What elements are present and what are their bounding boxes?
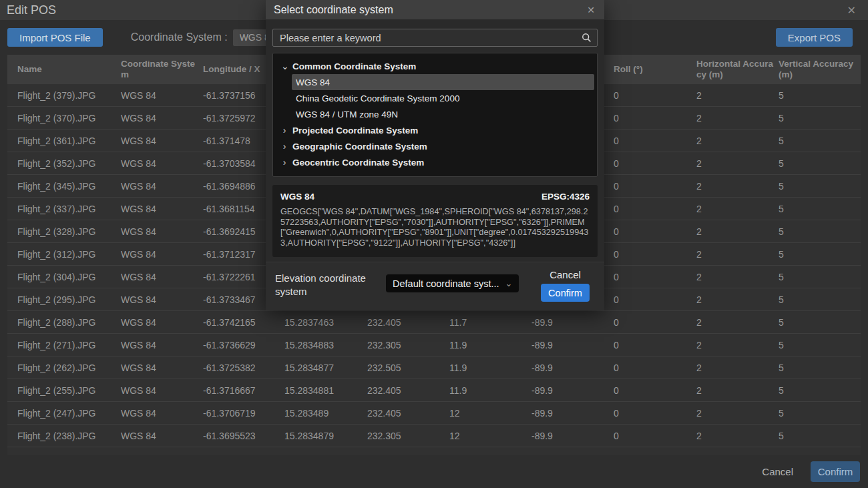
tree-item-wgs-84-utm-zone-49n[interactable]: WGS 84 / UTM zone 49N bbox=[292, 106, 594, 122]
table-cell: WGS 84 bbox=[121, 266, 203, 288]
column-header-horizontal-accuracy-m: Horizontal Accuracy (m) bbox=[696, 55, 779, 84]
table-cell: WGS 84 bbox=[121, 356, 203, 379]
chevron-right-icon: › bbox=[281, 125, 288, 136]
table-cell: 232.405 bbox=[367, 379, 449, 402]
table-cell: 0 bbox=[614, 198, 696, 220]
table-cell: 232.505 bbox=[367, 356, 449, 379]
table-cell: 2 bbox=[696, 152, 779, 175]
tree-group-label: Geographic Coordinate System bbox=[292, 142, 427, 152]
table-cell: -61.3695523 bbox=[203, 425, 284, 447]
table-cell: 5 bbox=[779, 107, 861, 130]
table-cell: 5 bbox=[779, 356, 861, 379]
table-row[interactable]: Flight_2 (238).JPGWGS 84-61.369552315.28… bbox=[7, 425, 861, 447]
tree-group-geocentric-coordinate-system[interactable]: ›Geocentric Coordinate System bbox=[273, 154, 597, 170]
table-cell: -89.9 bbox=[531, 356, 614, 379]
dialog-title: Select coordinate system bbox=[274, 4, 393, 16]
tree-item-china-geodetic-coordinate-system-2000[interactable]: China Geodetic Coordinate System 2000 bbox=[292, 90, 594, 106]
table-cell: Flight_2 (247).JPG bbox=[7, 402, 121, 425]
detail-wkt-text: GEOGCS["WGS 84",DATUM["WGS_1984",SPHEROI… bbox=[280, 207, 590, 248]
coordinate-system-tree: ⌄Common Coordinate SystemWGS 84China Geo… bbox=[272, 53, 598, 177]
column-header-roll: Roll (°) bbox=[614, 55, 696, 84]
tree-group-label: Geocentric Coordinate System bbox=[292, 158, 424, 168]
tree-group-geographic-coordinate-system[interactable]: ›Geographic Coordinate System bbox=[273, 138, 597, 154]
table-cell: 0 bbox=[614, 243, 696, 266]
export-pos-button[interactable]: Export POS bbox=[776, 28, 853, 47]
table-cell: WGS 84 bbox=[121, 311, 203, 334]
table-cell: Flight_2 (295).JPG bbox=[7, 288, 121, 311]
table-cell: Flight_2 (255).JPG bbox=[7, 379, 121, 402]
table-cell: 0 bbox=[614, 425, 696, 447]
table-row[interactable]: Flight_2 (288).JPGWGS 84-61.374216515.28… bbox=[7, 311, 861, 334]
tree-item-wgs-84[interactable]: WGS 84 bbox=[292, 74, 594, 90]
table-cell: 15.283489 bbox=[284, 402, 367, 425]
table-cell: Flight_2 (352).JPG bbox=[7, 152, 121, 175]
elevation-coordinate-dropdown[interactable]: Default coordinate syst... ⌄ bbox=[386, 274, 519, 292]
table-cell: 0 bbox=[614, 130, 696, 152]
tree-group-common-coordinate-system[interactable]: ⌄Common Coordinate System bbox=[273, 58, 597, 74]
table-cell: -89.9 bbox=[531, 402, 614, 425]
table-row[interactable]: Flight_2 (262).JPGWGS 84-61.372538215.28… bbox=[7, 356, 861, 379]
table-cell: WGS 84 bbox=[121, 379, 203, 402]
dialog-footer: Elevation coordinate system Default coor… bbox=[266, 262, 604, 310]
table-cell: WGS 84 bbox=[121, 425, 203, 447]
table-cell: 5 bbox=[779, 220, 861, 243]
table-cell: 2 bbox=[696, 356, 779, 379]
table-row[interactable]: Flight_2 (247).JPGWGS 84-61.370671915.28… bbox=[7, 402, 861, 425]
table-cell: 5 bbox=[779, 311, 861, 334]
column-header-vertical-accuracy-m: Vertical Accuracy (m) bbox=[779, 55, 861, 84]
table-cell: 5 bbox=[779, 402, 861, 425]
table-cell: 0 bbox=[614, 175, 696, 198]
table-cell: 5 bbox=[779, 379, 861, 402]
table-cell: -61.3742165 bbox=[203, 311, 284, 334]
table-cell: -61.3736629 bbox=[203, 334, 284, 356]
page-footer: Cancel Confirm bbox=[0, 455, 868, 488]
table-cell: WGS 84 bbox=[121, 175, 203, 198]
table-cell: -61.3706719 bbox=[203, 402, 284, 425]
elevation-dropdown-value: Default coordinate syst... bbox=[393, 278, 499, 289]
table-cell: Flight_2 (345).JPG bbox=[7, 175, 121, 198]
import-pos-file-button[interactable]: Import POS File bbox=[7, 28, 103, 47]
table-cell: -89.9 bbox=[531, 379, 614, 402]
table-cell: WGS 84 bbox=[121, 107, 203, 130]
table-cell: 2 bbox=[696, 130, 779, 152]
table-cell: 5 bbox=[779, 84, 861, 107]
confirm-button[interactable]: Confirm bbox=[811, 461, 860, 482]
table-row[interactable]: Flight_2 (271).JPGWGS 84-61.373662915.28… bbox=[7, 334, 861, 356]
dialog-confirm-button[interactable]: Confirm bbox=[541, 284, 590, 302]
table-cell: -89.9 bbox=[531, 311, 614, 334]
search-icon[interactable] bbox=[582, 33, 592, 45]
table-cell: 0 bbox=[614, 84, 696, 107]
select-coordinate-system-dialog: Select coordinate system ✕ ⌄Common Coord… bbox=[266, 0, 604, 310]
table-cell: Flight_2 (370).JPG bbox=[7, 107, 121, 130]
table-cell: 2 bbox=[696, 379, 779, 402]
table-cell: 5 bbox=[779, 425, 861, 447]
detail-epsg-code: EPSG:4326 bbox=[541, 192, 590, 202]
table-cell: 11.7 bbox=[449, 311, 531, 334]
table-cell: 5 bbox=[779, 266, 861, 288]
tree-group-projected-coordinate-system[interactable]: ›Projected Coordinate System bbox=[273, 122, 597, 138]
table-cell: 2 bbox=[696, 84, 779, 107]
search-input[interactable] bbox=[272, 29, 598, 47]
table-cell: 12 bbox=[449, 402, 531, 425]
dialog-cancel-button[interactable]: Cancel bbox=[550, 269, 581, 280]
table-cell: 232.405 bbox=[367, 402, 449, 425]
column-header-coordinate-system: Coordinate System bbox=[121, 55, 203, 84]
table-cell: 2 bbox=[696, 402, 779, 425]
table-cell: 0 bbox=[614, 356, 696, 379]
table-cell: Flight_2 (238).JPG bbox=[7, 425, 121, 447]
table-cell: 15.2834883 bbox=[284, 334, 367, 356]
table-cell: WGS 84 bbox=[121, 130, 203, 152]
table-row[interactable]: Flight_2 (255).JPGWGS 84-61.371666715.28… bbox=[7, 379, 861, 402]
table-cell: Flight_2 (337).JPG bbox=[7, 198, 121, 220]
tree-group-label: Common Coordinate System bbox=[292, 61, 416, 71]
chevron-down-icon: ⌄ bbox=[505, 278, 513, 288]
table-cell: 15.2834879 bbox=[284, 425, 367, 447]
table-cell: 0 bbox=[614, 334, 696, 356]
table-cell: Flight_2 (288).JPG bbox=[7, 311, 121, 334]
dialog-header: Select coordinate system ✕ bbox=[266, 0, 604, 19]
cancel-button[interactable]: Cancel bbox=[762, 466, 793, 477]
dialog-close-icon[interactable]: ✕ bbox=[586, 5, 596, 15]
table-cell: WGS 84 bbox=[121, 243, 203, 266]
window-close-icon[interactable]: ✕ bbox=[842, 4, 861, 17]
table-cell: -61.3716667 bbox=[203, 379, 284, 402]
